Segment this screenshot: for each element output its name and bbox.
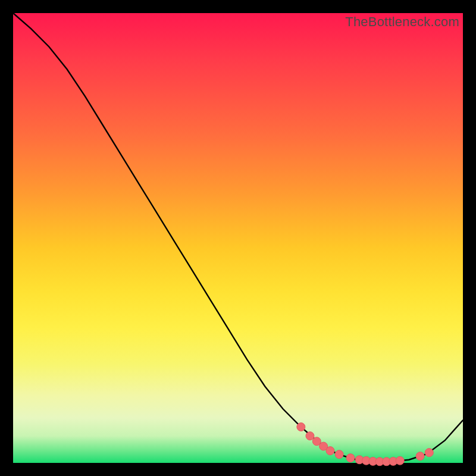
curve-markers (297, 423, 433, 466)
curve-marker (425, 449, 433, 457)
curve-marker (306, 432, 314, 440)
plot-area: TheBottleneck.com (13, 13, 463, 463)
curve-marker (326, 447, 334, 455)
curve-svg (13, 13, 463, 463)
curve-marker (297, 423, 305, 431)
chart-container: TheBottleneck.com (0, 0, 476, 476)
curve-marker (416, 452, 424, 461)
curve-marker (335, 450, 343, 459)
curve-line (13, 13, 463, 462)
curve-marker (346, 454, 355, 462)
curve-marker (396, 456, 404, 465)
